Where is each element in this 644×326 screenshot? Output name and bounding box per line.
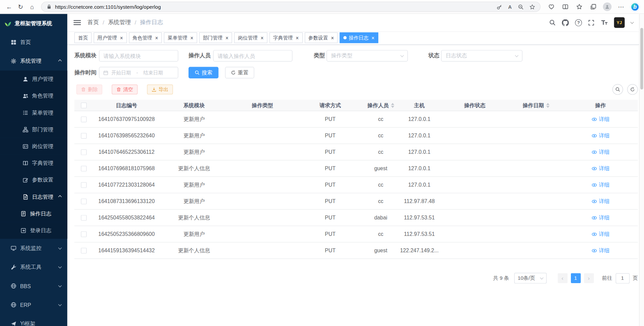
sidebar-item-parameter-settings[interactable]: 参数设置 <box>0 172 67 188</box>
help-icon[interactable]: ? <box>575 19 582 26</box>
detail-link[interactable]: 详细 <box>591 181 609 189</box>
detail-link[interactable]: 详细 <box>591 198 609 205</box>
tab-post-management[interactable]: 岗位管理× <box>234 32 267 43</box>
sidebar-item-system-monitor[interactable]: 系统监控 <box>0 239 67 258</box>
delete-button[interactable]: 删除 <box>76 84 102 94</box>
password-key-icon[interactable] <box>497 4 502 10</box>
font-size-icon[interactable] <box>600 19 608 26</box>
user-dropdown-caret-icon[interactable] <box>630 20 634 23</box>
tab-role-management[interactable]: 角色管理× <box>129 32 162 43</box>
favorites-bar-icon[interactable] <box>573 1 585 12</box>
bing-copilot-icon[interactable]: b <box>629 1 641 12</box>
browser-home-button[interactable]: ⌂ <box>26 1 38 12</box>
close-icon[interactable]: × <box>331 35 334 41</box>
operator-input[interactable] <box>213 50 292 61</box>
close-icon[interactable]: × <box>225 35 228 41</box>
page-number-button[interactable]: 1 <box>571 273 580 283</box>
tab-user-management[interactable]: 用户管理× <box>94 32 127 43</box>
breadcrumb-home[interactable]: 首页 <box>88 19 99 26</box>
tab-operation-log[interactable]: 操作日志× <box>340 32 378 43</box>
browser-menu-icon[interactable]: ⋯ <box>615 1 627 12</box>
sidebar-item-log-management[interactable]: 日志管理 <box>0 188 67 205</box>
zoom-out-icon[interactable] <box>518 4 524 10</box>
profile-avatar[interactable] <box>601 1 613 12</box>
app-logo[interactable]: 意框架管理系统 <box>0 14 67 33</box>
row-checkbox[interactable] <box>81 215 87 220</box>
search-button[interactable]: 搜索 <box>189 67 218 78</box>
row-checkbox[interactable] <box>81 166 87 171</box>
close-icon[interactable]: × <box>155 35 158 41</box>
header-operation-date-sortable[interactable]: 操作日期 <box>509 102 563 109</box>
browser-essentials-icon[interactable] <box>545 1 557 12</box>
detail-link[interactable]: 详细 <box>591 165 609 172</box>
sidebar-item-dict-management[interactable]: 字典管理 <box>0 155 67 172</box>
sidebar-item-operation-log[interactable]: 操作日志 <box>0 205 67 222</box>
close-icon[interactable]: × <box>296 35 299 41</box>
sidebar-item-department-management[interactable]: 部门管理 <box>0 121 67 138</box>
fullscreen-icon[interactable] <box>588 19 594 25</box>
tab-parameter-settings[interactable]: 参数设置× <box>305 32 338 43</box>
page-size-select[interactable]: 10条/页 <box>514 273 546 283</box>
sidebar-item-erp[interactable]: ERP <box>0 296 67 314</box>
user-logo[interactable]: YJ <box>614 17 625 28</box>
refresh-table-button[interactable] <box>627 84 638 95</box>
sidebar-item-system-tools[interactable]: 系统工具 <box>0 258 67 276</box>
type-select[interactable]: 操作类型 <box>326 50 408 61</box>
row-checkbox[interactable] <box>81 182 87 188</box>
module-input[interactable] <box>99 50 178 61</box>
tab-dict-management[interactable]: 字典管理× <box>269 32 303 43</box>
split-screen-icon[interactable] <box>559 1 571 12</box>
sidebar-item-role-management[interactable]: 角色管理 <box>0 87 67 104</box>
address-bar[interactable]: https://ccnetcore.com:1101/system/log/op… <box>41 2 540 12</box>
github-icon[interactable] <box>562 19 569 26</box>
sidebar-item-user-management[interactable]: 用户管理 <box>0 71 67 87</box>
detail-link[interactable]: 详细 <box>591 214 609 221</box>
detail-link[interactable]: 详细 <box>591 247 609 254</box>
close-icon[interactable]: × <box>190 35 193 41</box>
tab-menu-management[interactable]: 菜单管理× <box>164 32 197 43</box>
detail-link[interactable]: 详细 <box>591 231 609 238</box>
url-text[interactable]: https://ccnetcore.com:1101/system/log/op… <box>55 4 492 10</box>
collections-icon[interactable] <box>587 1 599 12</box>
sidebar-item-post-management[interactable]: 岗位管理 <box>0 138 67 154</box>
browser-back-button[interactable]: ← <box>3 1 15 12</box>
sidebar-toggle-icon[interactable] <box>73 20 81 25</box>
sidebar-item-bbs[interactable]: BBS <box>0 276 67 295</box>
sidebar-item-home[interactable]: 首页 <box>0 33 67 52</box>
detail-link[interactable]: 详细 <box>591 116 609 123</box>
read-aloud-icon[interactable]: A <box>508 4 512 10</box>
header-operator-sortable[interactable]: 操作人员 <box>364 102 398 109</box>
toggle-search-button[interactable] <box>612 84 623 95</box>
sidebar-item-menu-management[interactable]: 菜单管理 <box>0 104 67 121</box>
detail-link[interactable]: 详细 <box>591 148 609 156</box>
browser-refresh-button[interactable]: ↻ <box>15 1 26 12</box>
row-checkbox[interactable] <box>81 231 87 237</box>
header-search-icon[interactable] <box>549 19 556 26</box>
sidebar-item-yi-framework[interactable]: Yi框架 <box>0 314 67 326</box>
prev-page-button[interactable]: ‹ <box>557 273 567 283</box>
row-checkbox[interactable] <box>81 248 87 253</box>
reset-button[interactable]: 重置 <box>225 67 254 78</box>
row-checkbox[interactable] <box>81 116 87 122</box>
export-button[interactable]: 导出 <box>147 84 173 94</box>
sidebar-item-system-management[interactable]: 系统管理 <box>0 52 67 70</box>
tab-home[interactable]: 首页 <box>74 32 92 43</box>
detail-link[interactable]: 详细 <box>591 132 609 139</box>
close-icon[interactable]: × <box>120 35 123 41</box>
scrollbar[interactable] <box>639 14 644 326</box>
sidebar-item-login-log[interactable]: 登录日志 <box>0 222 67 239</box>
status-select[interactable]: 日志状态 <box>441 50 522 61</box>
goto-page-input[interactable] <box>615 273 630 283</box>
select-all-checkbox[interactable] <box>81 103 87 108</box>
next-page-button[interactable]: › <box>584 273 594 283</box>
tab-department-management[interactable]: 部门管理× <box>199 32 232 43</box>
scrollbar-thumb[interactable] <box>640 28 643 89</box>
row-checkbox[interactable] <box>81 149 87 155</box>
favorite-star-icon[interactable] <box>529 4 535 10</box>
breadcrumb-section[interactable]: 系统管理 <box>108 19 131 26</box>
date-range-picker[interactable]: 开始日期 - 结束日期 <box>99 67 178 78</box>
close-icon[interactable]: × <box>261 35 264 41</box>
close-icon[interactable]: × <box>371 35 374 41</box>
row-checkbox[interactable] <box>81 198 87 204</box>
row-checkbox[interactable] <box>81 133 87 138</box>
